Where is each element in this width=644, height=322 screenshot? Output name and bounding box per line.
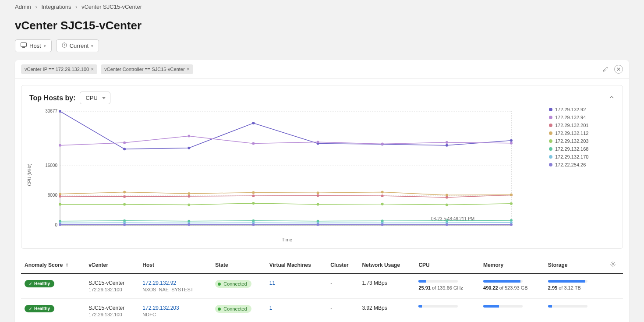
column-header[interactable]: vCenter: [85, 257, 139, 273]
state-badge: Connected: [215, 305, 251, 313]
svg-point-74: [317, 223, 319, 226]
host-link[interactable]: 172.29.132.203: [142, 305, 208, 311]
svg-point-14: [59, 110, 61, 113]
svg-text:16000: 16000: [45, 163, 57, 168]
svg-point-45: [510, 194, 513, 196]
column-header[interactable]: CPU: [415, 257, 480, 273]
svg-point-48: [188, 203, 190, 206]
svg-point-73: [252, 223, 255, 226]
legend-item[interactable]: 172.29.132.168: [549, 146, 615, 152]
chart-panel: Top Hosts by: CPU CPU (MHz) 080001600030…: [21, 85, 623, 249]
clock-icon: [62, 42, 67, 49]
host-link[interactable]: 172.29.132.92: [142, 280, 208, 286]
cell-network: 1.73 MBps: [358, 273, 415, 299]
time-label: Current: [70, 42, 88, 49]
cell-anomaly: Healthy: [21, 273, 85, 299]
legend-item[interactable]: 172.29.132.170: [549, 154, 615, 159]
legend-label: 172.29.132.168: [555, 146, 588, 152]
legend-dot-icon: [549, 124, 552, 127]
legend-label: 172.29.132.170: [555, 154, 588, 159]
close-icon[interactable]: ×: [187, 66, 190, 72]
svg-point-33: [252, 195, 255, 197]
cell-host: 172.29.132.203NDFC: [139, 299, 212, 322]
sort-icon[interactable]: ▲▼: [65, 262, 68, 268]
chevron-down-icon: ▾: [91, 44, 93, 48]
svg-point-51: [381, 203, 384, 205]
svg-point-35: [381, 195, 384, 197]
svg-point-22: [59, 144, 61, 147]
chart-timestamp: 08-23 5:48:46.211 PM: [431, 216, 474, 221]
clear-filters-icon[interactable]: [614, 65, 623, 74]
cell-cluster: -: [327, 299, 358, 322]
column-header[interactable]: Cluster: [327, 257, 358, 273]
column-header[interactable]: Host: [139, 257, 212, 273]
time-dropdown[interactable]: Current ▾: [56, 39, 99, 52]
column-header[interactable]: Memory: [480, 257, 545, 273]
filter-chip-controller[interactable]: vCenter Controller == SJC15-vCenter ×: [101, 64, 193, 74]
legend-item[interactable]: 172.29.132.201: [549, 123, 615, 128]
column-header[interactable]: State: [212, 257, 265, 273]
anomaly-badge: Healthy: [25, 280, 54, 287]
chart-legend: 172.29.132.92172.29.132.94172.29.132.201…: [545, 107, 615, 242]
svg-text:8000: 8000: [48, 193, 58, 198]
svg-point-25: [252, 142, 255, 145]
legend-item[interactable]: 172.22.254.26: [549, 162, 615, 167]
svg-point-32: [188, 195, 190, 198]
svg-point-70: [59, 223, 61, 226]
legend-label: 172.29.132.112: [555, 131, 588, 136]
cell-vcenter: SJC15-vCenter172.29.132.100: [85, 273, 139, 299]
main-card: vCenter IP == 172.29.132.100 × vCenter C…: [15, 60, 629, 322]
toolbar: Host ▾ Current ▾: [0, 39, 644, 60]
vm-count-link[interactable]: 11: [269, 280, 275, 286]
svg-rect-0: [21, 43, 27, 47]
column-header[interactable]: Network Usage: [358, 257, 415, 273]
chart-plot[interactable]: CPU (MHz) 080001600030677 Time 08-23 5:4…: [29, 107, 545, 242]
filter-chip-label: vCenter Controller == SJC15-vCenter: [104, 67, 184, 72]
svg-point-26: [317, 141, 319, 143]
svg-point-23: [123, 142, 126, 144]
svg-point-43: [381, 191, 384, 194]
svg-point-29: [510, 142, 513, 145]
svg-point-46: [59, 203, 61, 206]
x-axis-label: Time: [29, 237, 545, 242]
legend-item[interactable]: 172.29.132.203: [549, 138, 615, 144]
monitor-icon: [21, 42, 27, 49]
svg-point-34: [317, 194, 319, 197]
legend-dot-icon: [549, 155, 552, 159]
collapse-icon[interactable]: [609, 94, 615, 102]
vm-count-link[interactable]: 1: [269, 305, 272, 311]
close-icon[interactable]: ×: [91, 66, 94, 72]
legend-item[interactable]: 172.29.132.94: [549, 115, 615, 120]
breadcrumb-integrations[interactable]: Integrations: [41, 4, 71, 10]
breadcrumb-current: vCenter SJC15-vCenter: [81, 4, 142, 10]
cell-state: Connected: [212, 299, 265, 322]
column-header[interactable]: Storage: [545, 257, 603, 273]
legend-item[interactable]: 172.29.132.92: [549, 107, 615, 112]
cell-gear-spacer: [603, 299, 623, 322]
gear-icon[interactable]: [606, 259, 619, 272]
scope-dropdown[interactable]: Host ▾: [15, 39, 52, 52]
legend-label: 172.29.132.201: [555, 123, 588, 128]
filter-chip-vcenter-ip[interactable]: vCenter IP == 172.29.132.100 ×: [21, 64, 97, 74]
svg-point-52: [446, 203, 448, 206]
vcenter-ip: 172.29.132.100: [88, 312, 135, 317]
metric-select[interactable]: CPU: [80, 92, 110, 104]
column-header[interactable]: Virtual Machines: [266, 257, 327, 273]
chevron-down-icon: ▾: [44, 44, 46, 48]
column-header[interactable]: Anomaly Score▲▼: [21, 257, 85, 273]
svg-point-53: [510, 202, 513, 205]
svg-point-20: [446, 144, 448, 147]
svg-point-39: [123, 191, 126, 194]
legend-item[interactable]: 172.29.132.112: [549, 131, 615, 136]
cell-vms: 11: [266, 273, 327, 299]
edit-icon[interactable]: [601, 65, 610, 74]
legend-label: 172.29.132.94: [555, 115, 586, 120]
legend-dot-icon: [549, 147, 552, 151]
cell-storage: 2.95 of 3.12 TB: [545, 273, 603, 299]
chevron-right-icon: ›: [75, 4, 77, 10]
chart-title: Top Hosts by:: [29, 94, 75, 102]
cell-network: 3.92 MBps: [358, 299, 415, 322]
breadcrumb-admin[interactable]: Admin: [15, 4, 31, 10]
svg-point-47: [123, 203, 126, 206]
svg-point-40: [188, 192, 190, 195]
